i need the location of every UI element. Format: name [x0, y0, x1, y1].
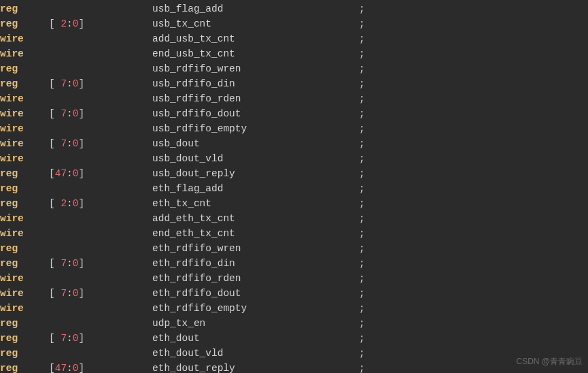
- identifier: eth_dout_vld: [152, 348, 223, 359]
- keyword-reg: reg: [0, 243, 18, 254]
- keyword-reg: reg: [0, 318, 18, 329]
- semicolon: ;: [359, 33, 365, 44]
- keyword-wire: wire: [0, 153, 24, 164]
- code-line: regusb_rdfifo_wren;: [0, 61, 588, 76]
- keyword-wire: wire: [0, 288, 24, 299]
- keyword-reg: reg: [0, 168, 18, 179]
- code-line: reg[ 7:0]eth_dout;: [0, 331, 588, 346]
- code-line: wireend_usb_tx_cnt;: [0, 46, 588, 61]
- semicolon: ;: [359, 108, 365, 119]
- semicolon: ;: [359, 213, 365, 224]
- identifier: eth_rdfifo_dout: [152, 288, 241, 299]
- identifier: usb_rdfifo_rden: [152, 93, 241, 104]
- identifier: eth_flag_add: [152, 183, 223, 194]
- semicolon: ;: [359, 153, 365, 164]
- identifier: eth_dout_reply: [152, 363, 235, 373]
- semicolon: ;: [359, 303, 365, 314]
- identifier: eth_rdfifo_din: [152, 258, 235, 269]
- keyword-wire: wire: [0, 138, 24, 149]
- keyword-wire: wire: [0, 228, 24, 239]
- semicolon: ;: [359, 93, 365, 104]
- semicolon: ;: [359, 183, 365, 194]
- identifier: usb_rdfifo_empty: [152, 123, 247, 134]
- code-line: wireend_eth_tx_cnt;: [0, 226, 588, 241]
- keyword-wire: wire: [0, 273, 24, 284]
- semicolon: ;: [359, 123, 365, 134]
- keyword-reg: reg: [0, 258, 18, 269]
- code-line: reg[ 7:0]eth_rdfifo_din;: [0, 256, 588, 271]
- semicolon: ;: [359, 78, 365, 89]
- identifier: add_usb_tx_cnt: [152, 33, 235, 44]
- keyword-wire: wire: [0, 303, 24, 314]
- code-line: wire[ 7:0]usb_dout;: [0, 136, 588, 151]
- code-line: regusb_flag_add;: [0, 1, 588, 16]
- keyword-reg: reg: [0, 3, 18, 14]
- semicolon: ;: [359, 363, 365, 373]
- code-line: reg[47:0]eth_dout_reply;: [0, 361, 588, 373]
- code-line: wire[ 7:0]eth_rdfifo_dout;: [0, 286, 588, 301]
- code-line: reg[ 7:0]usb_rdfifo_din;: [0, 76, 588, 91]
- semicolon: ;: [359, 258, 365, 269]
- code-line: reg[ 2:0]eth_tx_cnt;: [0, 196, 588, 211]
- identifier: usb_dout: [152, 138, 200, 149]
- semicolon: ;: [359, 48, 365, 59]
- code-block: regusb_flag_add;reg[ 2:0]usb_tx_cnt;wire…: [0, 1, 588, 373]
- identifier: eth_rdfifo_rden: [152, 273, 241, 284]
- keyword-reg: reg: [0, 18, 18, 29]
- keyword-reg: reg: [0, 183, 18, 194]
- identifier: eth_tx_cnt: [152, 198, 211, 209]
- keyword-reg: reg: [0, 63, 18, 74]
- identifier: udp_tx_en: [152, 318, 205, 329]
- identifier: usb_tx_cnt: [152, 18, 211, 29]
- code-line: wireadd_usb_tx_cnt;: [0, 31, 588, 46]
- identifier: usb_dout_reply: [152, 168, 235, 179]
- code-line: wireusb_rdfifo_rden;: [0, 91, 588, 106]
- keyword-wire: wire: [0, 108, 24, 119]
- code-line: regeth_rdfifo_wren;: [0, 241, 588, 256]
- identifier: usb_rdfifo_din: [152, 78, 235, 89]
- code-line: wireeth_rdfifo_rden;: [0, 271, 588, 286]
- keyword-wire: wire: [0, 213, 24, 224]
- code-line: regeth_dout_vld;: [0, 346, 588, 361]
- keyword-reg: reg: [0, 333, 18, 344]
- semicolon: ;: [359, 288, 365, 299]
- keyword-wire: wire: [0, 48, 24, 59]
- identifier: usb_dout_vld: [152, 153, 223, 164]
- semicolon: ;: [359, 168, 365, 179]
- semicolon: ;: [359, 198, 365, 209]
- identifier: end_usb_tx_cnt: [152, 48, 235, 59]
- keyword-wire: wire: [0, 33, 24, 44]
- identifier: usb_rdfifo_dout: [152, 108, 241, 119]
- code-line: regeth_flag_add;: [0, 181, 588, 196]
- identifier: eth_rdfifo_empty: [152, 303, 247, 314]
- watermark-text: CSDN @青青豌豆: [516, 354, 583, 369]
- identifier: add_eth_tx_cnt: [152, 213, 235, 224]
- semicolon: ;: [359, 63, 365, 74]
- keyword-reg: reg: [0, 198, 18, 209]
- code-line: wire[ 7:0]usb_rdfifo_dout;: [0, 106, 588, 121]
- semicolon: ;: [359, 348, 365, 359]
- semicolon: ;: [359, 333, 365, 344]
- identifier: end_eth_tx_cnt: [152, 228, 235, 239]
- semicolon: ;: [359, 18, 365, 29]
- code-line: reg[ 2:0]usb_tx_cnt;: [0, 16, 588, 31]
- identifier: eth_dout: [152, 333, 200, 344]
- keyword-wire: wire: [0, 93, 24, 104]
- code-line: regudp_tx_en;: [0, 316, 588, 331]
- keyword-reg: reg: [0, 348, 18, 359]
- semicolon: ;: [359, 228, 365, 239]
- code-line: wireusb_rdfifo_empty;: [0, 121, 588, 136]
- semicolon: ;: [359, 3, 365, 14]
- code-line: reg[47:0]usb_dout_reply;: [0, 166, 588, 181]
- keyword-reg: reg: [0, 78, 18, 89]
- identifier: usb_rdfifo_wren: [152, 63, 241, 74]
- identifier: usb_flag_add: [152, 3, 223, 14]
- identifier: eth_rdfifo_wren: [152, 243, 241, 254]
- semicolon: ;: [359, 138, 365, 149]
- semicolon: ;: [359, 243, 365, 254]
- keyword-reg: reg: [0, 363, 18, 373]
- semicolon: ;: [359, 318, 365, 329]
- semicolon: ;: [359, 273, 365, 284]
- code-line: wireeth_rdfifo_empty;: [0, 301, 588, 316]
- code-line: wireadd_eth_tx_cnt;: [0, 211, 588, 226]
